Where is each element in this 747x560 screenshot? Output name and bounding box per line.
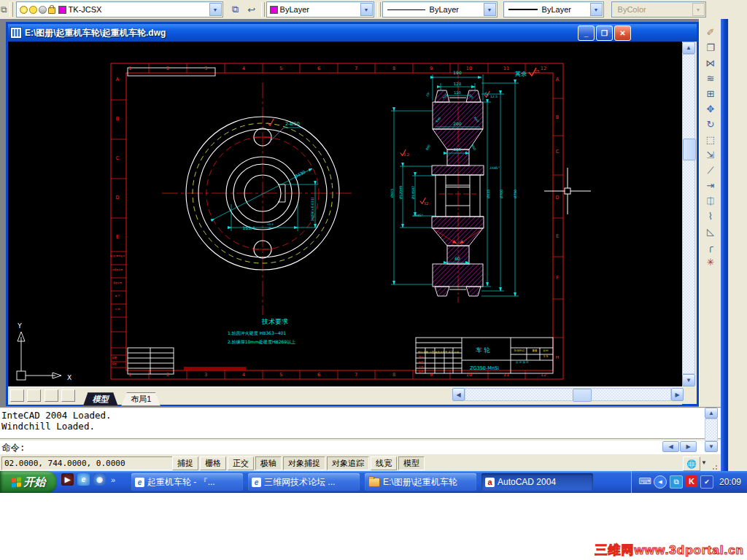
scroll-up-icon[interactable]: ▲: [705, 408, 718, 419]
internet-explorer-icon[interactable]: e: [77, 473, 90, 486]
layer-freeze-icon[interactable]: [29, 6, 37, 14]
toolbar-grip[interactable]: [9, 2, 13, 17]
hide-icons-chevron[interactable]: ◀: [654, 475, 667, 489]
move-icon[interactable]: ✥: [702, 101, 719, 117]
windows-media-icon[interactable]: ◉: [93, 473, 106, 486]
status-toggle-模型[interactable]: 模型: [398, 456, 425, 470]
array-icon[interactable]: ⊞: [702, 86, 719, 101]
fillet-icon[interactable]: ╭: [702, 239, 719, 254]
layer-on-off-icon[interactable]: [20, 6, 28, 14]
docked-toolbar-partial-icon: ⧉: [1, 4, 7, 15]
keyboard-icon[interactable]: ⌨: [639, 475, 651, 487]
layer-combo[interactable]: TK-JCSX ▼: [16, 1, 223, 18]
taskbar-task-folder[interactable]: E:\图册\起重机车轮: [365, 473, 476, 491]
break-at-point-icon[interactable]: ⎅: [702, 193, 719, 209]
toolbar-grip[interactable]: [261, 2, 265, 17]
taskbar-task-ie[interactable]: e起重机车轮 - 『...: [131, 473, 243, 491]
rotate-icon[interactable]: ↻: [702, 117, 719, 132]
svg-text:Ø520H9: Ø520H9: [399, 186, 403, 200]
lineweight-combo[interactable]: ByLayer ▼: [503, 1, 604, 18]
current-layer-name: TK-JCSX: [69, 5, 102, 14]
layer-previous-button[interactable]: ↩: [244, 1, 260, 18]
command-prompt[interactable]: 命令:: [0, 442, 26, 453]
scroll-down-icon[interactable]: ▼: [705, 441, 718, 452]
svg-text:E: E: [556, 233, 559, 239]
svg-text:1: 1: [128, 66, 131, 71]
svg-text:200: 200: [453, 121, 462, 126]
tab-first-button[interactable]: [10, 389, 24, 402]
scroll-up-icon[interactable]: ▲: [682, 42, 695, 54]
taskbar-task-ie[interactable]: e三维网技术论坛 ...: [248, 473, 360, 491]
status-toggle-线宽[interactable]: 线宽: [371, 456, 397, 470]
explode-icon[interactable]: ✳: [702, 254, 719, 270]
chevron-down-icon[interactable]: ▼: [209, 3, 222, 16]
color-value: ByLayer: [280, 5, 309, 14]
clock[interactable]: 20:09: [719, 477, 741, 487]
chevron-down-icon[interactable]: ▼: [590, 3, 603, 16]
mirror-icon[interactable]: ⋈: [702, 55, 719, 71]
scale-icon[interactable]: ⬚: [702, 132, 719, 147]
tab-model[interactable]: 模型: [83, 392, 118, 406]
scroll-down-icon[interactable]: ▼: [682, 374, 695, 386]
status-toggle-对象捕捉[interactable]: 对象捕捉: [283, 456, 325, 470]
chamfer-icon[interactable]: ◺: [702, 224, 719, 239]
resize-grip[interactable]: [712, 463, 719, 470]
shield-icon[interactable]: ✔: [700, 475, 713, 489]
minimize-button[interactable]: _: [578, 26, 595, 41]
command-scroll-left-icon[interactable]: ◀: [662, 441, 679, 452]
communication-center-icon[interactable]: 🌐: [683, 456, 700, 471]
kaspersky-icon[interactable]: K: [686, 475, 697, 487]
start-button[interactable]: 开始: [0, 471, 57, 493]
layer-freeze-viewport-icon[interactable]: [39, 6, 47, 14]
status-menu-arrow-icon[interactable]: ▼: [701, 459, 707, 466]
layer-lock-icon[interactable]: [48, 7, 55, 14]
drawing-window-titlebar[interactable]: E:\图册\起重机车轮\起重机车轮.dwg _ ❐ ✕: [8, 24, 697, 42]
status-toggle-正交[interactable]: 正交: [228, 456, 254, 470]
status-toggle-对象追踪[interactable]: 对象追踪: [327, 456, 369, 470]
erase-icon[interactable]: ✐: [702, 25, 719, 40]
tab-next-button[interactable]: [44, 389, 58, 402]
copy-icon[interactable]: ❐: [702, 40, 719, 55]
chevron-down-icon[interactable]: ▼: [360, 3, 373, 16]
app-window-right-border: [721, 19, 728, 471]
trim-icon[interactable]: ⟋: [702, 163, 719, 178]
svg-text:ZG350-MnSi: ZG350-MnSi: [470, 365, 499, 371]
extend-icon[interactable]: ⇥: [702, 178, 719, 193]
offset-icon[interactable]: ≋: [702, 71, 719, 86]
tab-layout1[interactable]: 布局1: [121, 392, 160, 406]
quick-launch-overflow-chevron[interactable]: »: [111, 475, 115, 484]
svg-text:11: 11: [503, 66, 509, 71]
command-prompt-row[interactable]: 命令: ◀ ▶: [0, 440, 721, 454]
status-toggle-捕捉[interactable]: 捕捉: [172, 456, 198, 470]
color-combo[interactable]: ByLayer ▼: [266, 1, 374, 18]
tab-prev-button[interactable]: [27, 389, 41, 402]
horizontal-scrollbar[interactable]: ◀ ▶: [452, 388, 684, 401]
command-vertical-scrollbar[interactable]: ▲ ▼: [705, 408, 718, 452]
linetype-combo[interactable]: ByLayer ▼: [382, 1, 498, 18]
scroll-right-icon[interactable]: ▶: [671, 388, 684, 401]
media-player-icon[interactable]: ▶: [61, 473, 74, 486]
horizontal-scroll-thumb[interactable]: [573, 389, 592, 402]
chevron-down-icon[interactable]: ▼: [484, 3, 496, 16]
close-button[interactable]: ✕: [614, 26, 631, 41]
desktop: ⧉ TK-JCSX ▼ ⧉ ↩ ByLayer ▼ ByLayer ▼ ByLa…: [0, 0, 747, 560]
command-scroll-right-icon[interactable]: ▶: [680, 441, 697, 452]
toolbar-grip[interactable]: [377, 2, 381, 17]
vertical-scroll-thumb[interactable]: [683, 139, 696, 160]
make-object-layer-current-button[interactable]: ⧉: [228, 1, 244, 18]
status-toggle-栅格[interactable]: 栅格: [200, 456, 226, 470]
break-icon[interactable]: ⌇: [702, 209, 719, 224]
svg-text:C: C: [556, 149, 560, 155]
status-toggle-极轴[interactable]: 极轴: [255, 456, 282, 470]
taskbar-task-autocad[interactable]: aAutoCAD 2004: [481, 473, 593, 491]
vertical-scrollbar[interactable]: ▲ ▼: [682, 42, 695, 386]
network-icon[interactable]: ⧉: [670, 475, 683, 489]
svg-text:8: 8: [392, 372, 395, 378]
restore-button[interactable]: ❐: [596, 26, 613, 41]
lineweight-sample: [508, 9, 538, 10]
scroll-left-icon[interactable]: ◀: [452, 388, 465, 401]
cad-canvas[interactable]: 123456789101112123456789101112ABCDEABCDE…: [8, 42, 682, 386]
stretch-icon[interactable]: ⇲: [702, 147, 719, 163]
tab-last-button[interactable]: [61, 389, 75, 402]
drawing-window-title: E:\图册\起重机车轮\起重机车轮.dwg: [25, 27, 166, 39]
